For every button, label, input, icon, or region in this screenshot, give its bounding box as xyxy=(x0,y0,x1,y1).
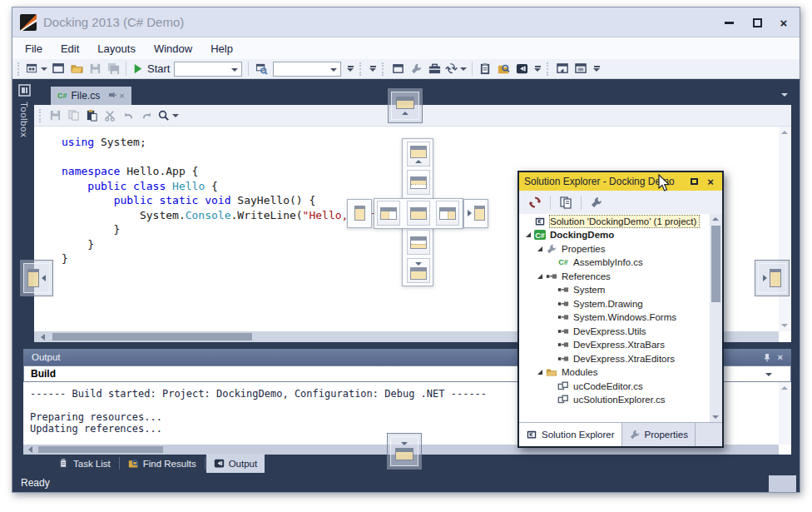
scroll-left-icon[interactable] xyxy=(41,334,45,341)
chevron-down-icon[interactable] xyxy=(460,67,467,71)
new-layout-window-icon[interactable] xyxy=(24,61,49,77)
tree-expander-icon[interactable] xyxy=(537,274,542,279)
editor-vertical-scrollbar[interactable] xyxy=(779,127,791,331)
tree-item-devexpress-xtraeditors[interactable]: DevExpress.XtraEditors xyxy=(519,352,722,365)
save-all-layouts-icon[interactable] xyxy=(104,61,122,77)
panel-close-icon[interactable]: × xyxy=(778,352,783,362)
split-right-button[interactable] xyxy=(436,201,459,226)
panel-tab-solution-explorer[interactable]: Solution Explorer xyxy=(519,423,622,446)
tree-expander-icon[interactable] xyxy=(537,370,542,375)
toolbar-grip[interactable] xyxy=(17,62,22,76)
run-configuration-combobox[interactable] xyxy=(174,62,242,77)
toolbar-overflow-icon[interactable] xyxy=(593,66,600,72)
save-icon[interactable] xyxy=(46,107,64,124)
chevron-down-icon[interactable] xyxy=(330,68,337,72)
tabstrip-overflow-icon[interactable] xyxy=(781,93,788,97)
menu-item-layouts[interactable]: Layouts xyxy=(88,39,145,58)
tree-item-properties[interactable]: Properties xyxy=(519,242,722,256)
menu-item-file[interactable]: File xyxy=(16,39,52,58)
toolbox-briefcase-icon[interactable] xyxy=(425,61,443,77)
tree-item-solution-dockingdemo-1-project[interactable]: Solution 'DockingDemo' (1 project) xyxy=(519,215,722,228)
toolbar-grip[interactable] xyxy=(547,62,551,76)
split-bottom-button[interactable] xyxy=(407,230,430,255)
dock-fill-button[interactable] xyxy=(407,201,430,226)
panel-tab-properties[interactable]: Properties xyxy=(622,423,696,446)
task-list-icon[interactable] xyxy=(476,61,494,77)
toolbar-grip[interactable] xyxy=(39,109,43,122)
save-layout-icon[interactable] xyxy=(86,61,104,77)
tree-item-references[interactable]: References xyxy=(519,270,722,283)
undo-icon[interactable] xyxy=(119,107,137,124)
output-window-icon[interactable] xyxy=(512,61,531,77)
dock-panel-icon[interactable] xyxy=(572,61,590,77)
maximize-button[interactable] xyxy=(746,14,768,31)
dock-hint-top-edge[interactable] xyxy=(388,88,423,123)
tree-expander-icon[interactable] xyxy=(537,246,542,251)
toolbar-grip[interactable] xyxy=(359,62,364,76)
tree-vertical-scrollbar[interactable] xyxy=(710,214,722,422)
start-button[interactable]: Start xyxy=(130,61,171,77)
pin-icon[interactable] xyxy=(108,92,116,100)
toolbar-overflow-icon[interactable] xyxy=(369,66,376,72)
panel-maximize-icon[interactable] xyxy=(687,178,701,185)
tree-item-ucsolutionexplorer-cs[interactable]: ucSolutionExplorer.cs xyxy=(519,393,722,406)
toolbar-overflow-icon[interactable] xyxy=(347,66,354,72)
chevron-down-icon[interactable] xyxy=(41,67,47,71)
dock-hint-right-edge[interactable] xyxy=(755,260,790,296)
tab-close-icon[interactable]: × xyxy=(119,91,124,101)
tree-item-system[interactable]: System xyxy=(519,283,722,296)
dock-hint-bottom-edge[interactable] xyxy=(387,433,422,470)
panel-close-icon[interactable]: × xyxy=(704,176,717,188)
menu-item-edit[interactable]: Edit xyxy=(52,39,88,58)
new-document-window-icon[interactable] xyxy=(49,61,67,77)
tree-item-uccodeeditor-cs[interactable]: ucCodeEditor.cs xyxy=(519,380,722,393)
tree-item-modules[interactable]: Modules xyxy=(519,365,722,379)
dock-window-icon[interactable] xyxy=(553,61,572,77)
split-left-button[interactable] xyxy=(377,201,400,226)
menu-item-window[interactable]: Window xyxy=(145,39,201,58)
paste-icon[interactable] xyxy=(82,107,101,124)
output-vertical-scrollbar[interactable] xyxy=(779,382,791,445)
sidebar-tab-toolbox[interactable]: Toolbox xyxy=(15,84,33,137)
refresh-icon[interactable] xyxy=(526,194,544,211)
properties-wrench-icon[interactable] xyxy=(587,194,606,211)
dock-bottom-button[interactable] xyxy=(407,258,430,283)
redo-icon[interactable] xyxy=(137,107,156,124)
scrollbar-thumb[interactable] xyxy=(52,333,252,341)
tree-expander-icon[interactable] xyxy=(526,232,531,237)
dock-top-button[interactable] xyxy=(407,142,430,167)
open-layout-icon[interactable] xyxy=(67,61,86,77)
dock-hint-left-edge[interactable] xyxy=(20,260,53,296)
search-icon[interactable] xyxy=(156,107,181,124)
toolbar-grip[interactable] xyxy=(382,62,386,76)
auto-hide-pin-icon[interactable] xyxy=(763,353,771,362)
show-all-files-icon[interactable] xyxy=(557,194,575,211)
bottom-tab-task-list[interactable]: Task List xyxy=(51,454,118,473)
tree-item-devexpress-xtrabars[interactable]: DevExpress.XtraBars xyxy=(519,338,722,351)
minimize-button[interactable] xyxy=(718,14,740,31)
layout-sync-icon[interactable] xyxy=(443,61,468,77)
find-results-icon[interactable] xyxy=(494,61,512,77)
chevron-down-icon[interactable] xyxy=(231,68,238,72)
chevron-down-icon[interactable] xyxy=(765,373,772,376)
scrollbar-thumb[interactable] xyxy=(711,226,720,302)
properties-wrench-icon[interactable] xyxy=(407,61,425,77)
tree-item-system-drawing[interactable]: System.Drawing xyxy=(519,297,722,311)
chevron-down-icon[interactable] xyxy=(172,114,179,117)
split-top-button[interactable] xyxy=(407,170,430,195)
menu-item-help[interactable]: Help xyxy=(201,39,242,58)
tree-item-dockingdemo[interactable]: C#DockingDemo xyxy=(519,228,722,241)
status-bar-grip[interactable] xyxy=(769,475,796,492)
search-combobox[interactable] xyxy=(273,62,341,77)
bottom-tab-output[interactable]: Output xyxy=(206,454,265,473)
tree-item-assemblyinfo-cs[interactable]: C#AssemblyInfo.cs xyxy=(519,256,722,269)
copy-icon[interactable] xyxy=(64,107,82,124)
bottom-tab-find-results[interactable]: Find Results xyxy=(121,454,204,473)
tab-file-cs[interactable]: C# File.cs × xyxy=(51,87,131,105)
cut-icon[interactable] xyxy=(101,107,119,124)
tree-item-system-windows-forms[interactable]: System.Windows.Forms xyxy=(519,311,722,324)
title-bar[interactable]: Docking 2013 (C# Demo) × xyxy=(12,7,800,37)
dock-left-edge-button[interactable] xyxy=(348,201,371,226)
window-search-icon[interactable] xyxy=(252,61,270,77)
close-button[interactable]: × xyxy=(773,14,795,31)
